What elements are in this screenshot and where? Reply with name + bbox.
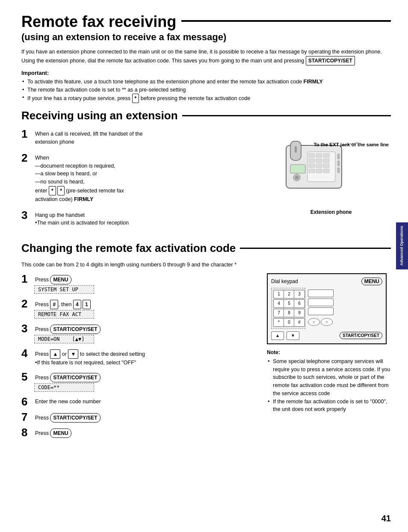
svg-rect-5 [316, 154, 322, 157]
receiving-heading-line [182, 115, 391, 116]
side-tab-label: Advanced Operations [399, 226, 405, 266]
lcd-2: REMOTE FAX ACT [34, 310, 94, 319]
changing-step-7: 7 Press START/COPY/SET [21, 411, 254, 423]
changing-step-5: 5 Press START/COPY/SET CODE=** [21, 371, 254, 392]
key-5: 5 [284, 299, 295, 308]
numeric-keypad: 1 2 3 4 5 6 7 8 9 * 0 # [271, 288, 305, 329]
svg-rect-4 [309, 154, 315, 157]
svg-rect-10 [309, 164, 315, 168]
nav-up-btn: ▲ [271, 331, 284, 340]
receiving-section-heading: Receiving using an extension [21, 109, 391, 122]
ext-phone-caption: To the EXT jack or the same line [313, 141, 389, 148]
note-label: Note: [267, 349, 391, 356]
ext-phone-label: Extension phone [310, 209, 352, 215]
changing-right: Dial keypad MENU 1 2 3 4 5 6 7 [267, 273, 391, 442]
key-6: 6 [294, 299, 305, 308]
changing-cols: 1 Press MENU SYSTEM SET UP 2 Press #, th… [21, 273, 391, 442]
key-1: 1 [273, 290, 284, 299]
receiving-step-3-content: Hang up the handset •The main unit is ac… [35, 210, 129, 228]
side-tab: Advanced Operations [396, 222, 408, 269]
receiving-step-2-content: When —document reception is required, —a… [35, 152, 124, 204]
key-7: 7 [273, 309, 284, 317]
title-underline [181, 20, 391, 22]
changing-step-4: 4 Press ▲ or ▼ to select the desired set… [21, 348, 254, 367]
key-3: 3 [294, 290, 305, 299]
intro-paragraph: If you have an extension phone connected… [21, 48, 391, 65]
start-btn-3: START/COPY/SET [50, 325, 100, 334]
start-copy-set-inline: START/COPY/SET [306, 56, 355, 65]
changing-step-2: 2 Press #, then 4 1 REMOTE FAX ACT [21, 298, 254, 319]
up-btn: ▲ [50, 349, 60, 359]
lcd-3: MODE=ON [▲▼] [34, 335, 94, 343]
svg-rect-14 [316, 169, 322, 173]
phone-illustration-area: To the EXT jack or the same line [271, 128, 391, 233]
receiving-step-2: 2 When —document reception is required, … [21, 152, 263, 204]
changing-step-1: 1 Press MENU SYSTEM SET UP [21, 273, 254, 294]
note-bullet-1: Some special telephone company services … [267, 358, 391, 398]
changing-step-3: 3 Press START/COPY/SET MODE=ON [▲▼] [21, 323, 254, 343]
svg-rect-16 [337, 154, 340, 159]
keypad-top-row: Dial keypad MENU [271, 278, 382, 285]
sub-title: (using an extension to receive a fax mes… [21, 32, 391, 43]
svg-rect-15 [323, 169, 329, 173]
important-bullets: To activate this feature, use a touch to… [21, 78, 391, 103]
main-title: Remote fax receiving [21, 13, 176, 31]
key-star: * [273, 318, 284, 327]
key-8: 8 [284, 309, 295, 317]
lcd-1: SYSTEM SET UP [34, 285, 94, 294]
keypad-area: Dial keypad MENU 1 2 3 4 5 6 7 [267, 273, 387, 344]
note-bullet-2: If the remote fax activation code is set… [267, 398, 391, 414]
keypad-grid: 1 2 3 4 5 6 7 8 9 * 0 # [273, 290, 303, 327]
important-section: Important: To activate this feature, use… [21, 70, 391, 103]
start-btn-7: START/COPY/SET [50, 413, 100, 423]
keypad-inner: 1 2 3 4 5 6 7 8 9 * 0 # [271, 288, 382, 329]
receiving-step-3: 3 Hang up the handset •The main unit is … [21, 210, 263, 228]
svg-rect-11 [316, 164, 322, 168]
changing-heading-line [240, 248, 391, 249]
svg-rect-2 [295, 146, 297, 153]
svg-point-22 [295, 176, 299, 179]
svg-rect-6 [323, 154, 329, 157]
svg-rect-18 [337, 168, 340, 173]
svg-rect-17 [337, 161, 340, 166]
important-bullet-1: To activate this feature, use a touch to… [21, 78, 391, 86]
changing-step-6: 6 Enter the new code number [21, 396, 254, 407]
svg-rect-20 [290, 165, 305, 173]
wide-btn-3 [308, 307, 334, 315]
keypad-right-buttons: ○ ○ [308, 288, 334, 329]
main-title-area: Remote fax receiving [21, 13, 391, 31]
note-bullets: Some special telephone company services … [267, 358, 391, 414]
important-bullet-2: The remote fax activation code is set to… [21, 86, 391, 94]
phone-illustration: To the EXT jack or the same line [273, 128, 389, 207]
important-label: Important: [21, 70, 391, 76]
menu-btn-1: MENU [50, 275, 71, 284]
receiving-steps-area: 1 When a call is received, lift the hand… [21, 128, 391, 233]
key-0: 0 [284, 318, 295, 327]
start-btn-5: START/COPY/SET [50, 373, 100, 382]
circle-btn-2: ○ [321, 318, 333, 326]
key-1: 1 [83, 300, 91, 309]
changing-step-8: 8 Press MENU [21, 427, 254, 438]
wide-btn-2 [308, 299, 334, 306]
receiving-step-1-content: When a call is received, lift the handse… [35, 128, 143, 146]
key-4: 4 [73, 300, 81, 309]
changing-intro: This code can be from 2 to 4 digits in l… [21, 261, 391, 269]
hash-btn: # [50, 300, 58, 309]
svg-rect-9 [323, 159, 329, 163]
important-bullet-3: If your line has a rotary pulse service,… [21, 94, 391, 103]
keypad-menu-btn: MENU [361, 278, 382, 285]
receiving-steps-left: 1 When a call is received, lift the hand… [21, 128, 263, 233]
key-9: 9 [294, 309, 305, 317]
note-section: Note: Some special telephone company ser… [267, 349, 391, 414]
lcd-5: CODE=** [34, 383, 94, 392]
svg-rect-12 [323, 164, 329, 168]
receiving-step-1: 1 When a call is received, lift the hand… [21, 128, 263, 146]
menu-btn-8: MENU [50, 429, 71, 438]
key-2: 2 [284, 290, 295, 299]
changing-section: Changing the remote fax activation code … [21, 242, 391, 442]
svg-rect-8 [316, 159, 322, 163]
key-hash: # [294, 318, 305, 327]
dial-keypad-label: Dial keypad [271, 278, 298, 284]
keypad-nav-row: ▲ ▼ START/COPY/SET [271, 331, 382, 340]
start-copy-set-btn: START/COPY/SET [340, 332, 382, 339]
